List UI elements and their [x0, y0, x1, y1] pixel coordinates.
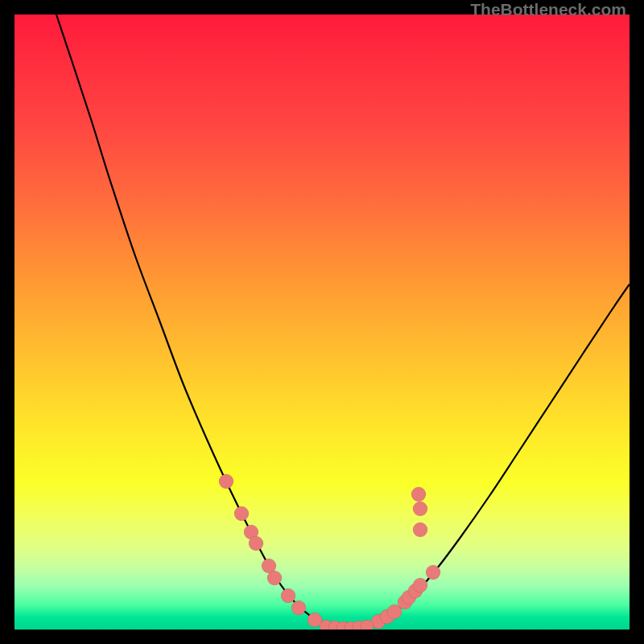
data-dot: [413, 522, 427, 537]
data-dot: [413, 502, 427, 516]
data-dot: [413, 578, 427, 592]
data-dot: [411, 487, 426, 502]
chart-svg: [14, 14, 630, 630]
data-dot: [281, 588, 295, 603]
data-dot: [234, 506, 249, 521]
chart-plot-area: [14, 14, 630, 630]
data-dot: [219, 474, 233, 489]
data-dot: [291, 601, 306, 615]
data-dot: [267, 571, 282, 585]
data-dots: [219, 474, 440, 630]
chart-frame: TheBottleneck.com: [0, 0, 644, 644]
data-dot: [249, 536, 263, 551]
data-dot: [426, 565, 440, 580]
watermark-text: TheBottleneck.com: [470, 0, 626, 19]
bottleneck-curve: [56, 14, 630, 628]
